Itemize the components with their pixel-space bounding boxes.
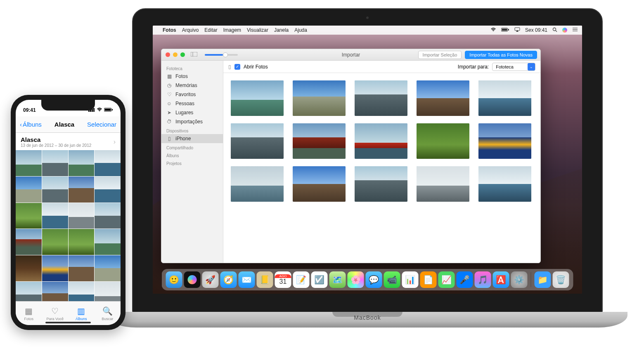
dock-numbers[interactable]: 📈 [438, 271, 455, 288]
import-thumb[interactable] [478, 80, 531, 116]
thumbnail-size-slider[interactable] [205, 54, 238, 56]
window-fullscreen-button[interactable] [180, 52, 185, 57]
iphone-content[interactable]: Alasca 13 de jun de 2012 – 30 de jun de … [16, 133, 121, 301]
sidebar-item-people[interactable]: ☺Pessoas [161, 99, 223, 108]
photo-cell[interactable] [69, 282, 95, 301]
menu-edit[interactable]: Editar [204, 27, 217, 33]
import-thumb[interactable] [478, 166, 531, 202]
window-traffic-lights[interactable] [166, 52, 185, 57]
import-all-new-button[interactable]: Importar Todas as Fotos Novas [465, 51, 537, 59]
nav-back-button[interactable]: ‹ Álbuns [20, 121, 42, 128]
menu-help[interactable]: Ajuda [294, 27, 307, 33]
menubar-clock[interactable]: Sex 09:41 [525, 27, 547, 33]
wifi-icon[interactable] [490, 27, 496, 33]
dock-appstore[interactable]: 🅰️ [493, 271, 509, 288]
photo-cell[interactable] [69, 229, 95, 255]
import-thumb[interactable] [231, 166, 284, 202]
photo-cell[interactable] [95, 203, 121, 229]
menubar-app-name[interactable]: Fotos [163, 27, 176, 33]
dock-pages[interactable]: 📄 [420, 271, 437, 288]
sidebar-item-places[interactable]: ➤Lugares [161, 108, 223, 117]
photo-cell[interactable] [95, 282, 121, 301]
import-thumb[interactable] [417, 123, 469, 159]
album-header[interactable]: Alasca 13 de jun de 2012 – 30 de jun de … [16, 133, 121, 150]
dock-downloads[interactable]: 📁 [535, 271, 551, 288]
import-thumb[interactable] [355, 80, 407, 116]
dock-siri[interactable] [184, 271, 201, 288]
sidebar-item-imports[interactable]: ⏱Importações [161, 117, 223, 126]
photo-cell[interactable] [16, 229, 42, 255]
dock-launchpad[interactable]: 🚀 [202, 271, 219, 288]
siri-icon[interactable] [562, 28, 567, 33]
import-thumb[interactable] [417, 80, 469, 116]
import-thumb[interactable] [417, 166, 469, 202]
dock-calendar[interactable]: AGO 31 [275, 271, 291, 288]
import-thumb[interactable] [355, 166, 407, 202]
dock-finder[interactable]: 🙂 [166, 271, 182, 288]
photo-cell[interactable] [95, 255, 121, 281]
dock-notes[interactable]: 📝 [293, 271, 310, 288]
photo-cell[interactable] [16, 255, 42, 281]
notification-center-icon[interactable] [572, 27, 578, 33]
menu-window[interactable]: Janela [274, 27, 289, 33]
menu-view[interactable]: Visualizar [247, 27, 268, 33]
photo-cell[interactable] [42, 255, 68, 281]
import-thumb[interactable] [355, 123, 407, 159]
dock-mail[interactable]: ✉️ [239, 271, 255, 288]
photo-cell[interactable] [69, 177, 95, 203]
photo-cell[interactable] [69, 255, 95, 281]
dock-safari[interactable]: 🧭 [220, 271, 237, 288]
open-photos-checkbox[interactable]: ✓ [234, 64, 240, 70]
dock-maps[interactable]: 🗺️ [329, 271, 346, 288]
import-thumb[interactable] [293, 166, 346, 202]
window-minimize-button[interactable] [173, 52, 178, 57]
photo-cell[interactable] [42, 282, 68, 301]
import-thumb[interactable] [231, 123, 284, 159]
dock-settings[interactable]: ⚙️ [511, 271, 528, 288]
sidebar-item-photos[interactable]: ▦Fotos [161, 72, 223, 81]
photo-cell[interactable] [95, 150, 121, 176]
home-indicator[interactable] [45, 322, 91, 323]
dock-facetime[interactable]: 📹 [384, 271, 400, 288]
sidebar-item-iphone-device[interactable]: ▯iPhone [161, 134, 223, 143]
menu-image[interactable]: Imagem [223, 27, 241, 33]
dock-messages[interactable]: 💬 [366, 271, 382, 288]
sidebar-item-memories[interactable]: ◷Memórias [161, 81, 223, 90]
import-thumb[interactable] [293, 123, 346, 159]
tab-search[interactable]: 🔍 Buscar [95, 302, 121, 325]
photo-cell[interactable] [42, 229, 68, 255]
photo-cell[interactable] [16, 177, 42, 203]
dock-reminders[interactable]: ☑️ [311, 271, 328, 288]
photo-cell[interactable] [95, 177, 121, 203]
spotlight-icon[interactable] [552, 27, 557, 33]
dock-contacts[interactable]: 📒 [257, 271, 273, 288]
photo-cell[interactable] [95, 229, 121, 255]
import-to-select[interactable]: Fototeca ⌄ [492, 63, 535, 71]
sidebar-toggle-icon[interactable] [191, 52, 197, 58]
import-thumb[interactable] [478, 123, 531, 159]
dock-trash[interactable]: 🗑️ [553, 271, 569, 288]
import-thumb[interactable] [231, 80, 284, 116]
menu-file[interactable]: Arquivo [182, 27, 199, 33]
window-close-button[interactable] [166, 52, 170, 57]
dock-keynote[interactable]: 🎤 [457, 271, 473, 288]
dock-itunes[interactable]: 🎵 [475, 271, 491, 288]
import-thumb[interactable] [293, 80, 346, 116]
photo-cell[interactable] [42, 150, 68, 176]
battery-icon[interactable] [501, 27, 509, 33]
photo-cell[interactable] [69, 150, 95, 176]
nav-select-button[interactable]: Selecionar [87, 121, 116, 128]
dock-photos[interactable]: 🌸 [348, 271, 364, 288]
photo-cell[interactable] [16, 203, 42, 229]
photo-cell[interactable] [42, 203, 68, 229]
window-titlebar[interactable]: Importar Importar Seleção Importar Todas… [161, 49, 540, 61]
tab-photos[interactable]: ▦ Fotos [16, 302, 42, 325]
airplay-icon[interactable] [514, 27, 520, 33]
photo-cell[interactable] [42, 177, 68, 203]
import-selection-button[interactable]: Importar Seleção [418, 51, 462, 59]
photo-cell[interactable] [69, 203, 95, 229]
photo-cell[interactable] [16, 150, 42, 176]
photo-cell[interactable] [16, 282, 42, 301]
dock-stocks[interactable]: 📊 [402, 271, 419, 288]
sidebar-item-favorites[interactable]: ♡Favoritos [161, 90, 223, 99]
